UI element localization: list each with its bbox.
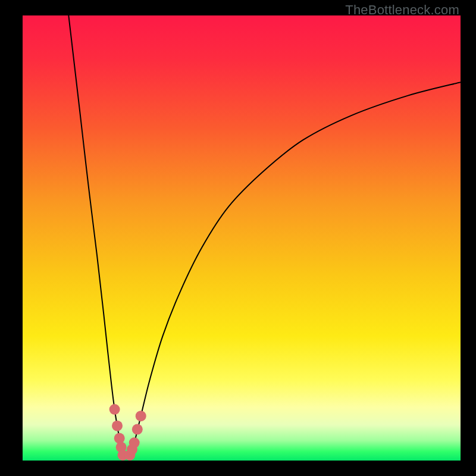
valley-dot	[132, 424, 143, 435]
chart-svg	[23, 15, 461, 461]
outer-frame: TheBottleneck.com	[0, 0, 476, 476]
gradient-background	[23, 15, 461, 461]
valley-dot	[114, 433, 125, 444]
valley-dot	[136, 411, 146, 421]
plot-area	[23, 15, 461, 461]
valley-dot	[112, 421, 123, 431]
valley-dot	[109, 404, 120, 415]
valley-dot	[129, 437, 140, 448]
